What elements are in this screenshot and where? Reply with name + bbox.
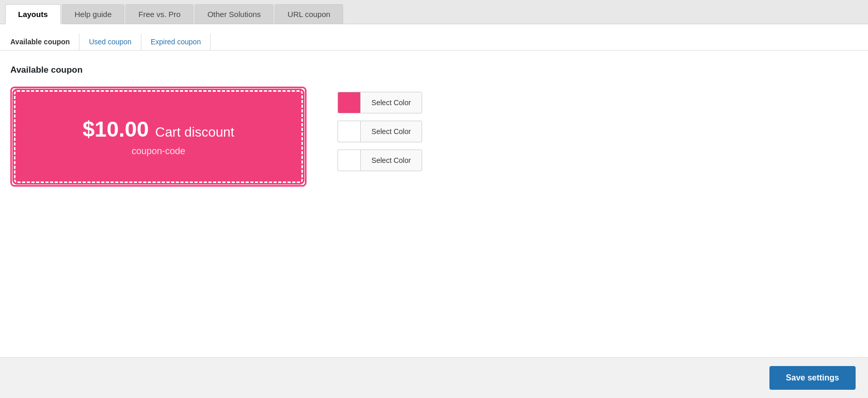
main-content: Layouts Help guide Free vs. Pro Other So… xyxy=(0,0,868,357)
coupon-row: $10.00 Cart discount coupon-code Select … xyxy=(10,87,858,187)
coupon-code: coupon-code xyxy=(132,146,185,157)
select-color-button-3[interactable]: Select Color xyxy=(360,150,422,171)
coupon-amount: $10.00 xyxy=(83,117,149,141)
tab-help-guide[interactable]: Help guide xyxy=(62,4,125,24)
save-settings-button[interactable]: Save settings xyxy=(769,366,856,390)
coupon-outer: $10.00 Cart discount coupon-code xyxy=(10,87,307,187)
color-swatch-2[interactable] xyxy=(337,121,360,142)
color-swatch-3[interactable] xyxy=(337,150,360,171)
sub-tab-expired[interactable]: Expired coupon xyxy=(141,34,211,50)
color-selector-row-1: Select Color xyxy=(337,92,422,113)
color-selector-row-3: Select Color xyxy=(337,150,422,171)
coupon-preview: $10.00 Cart discount coupon-code xyxy=(14,90,303,183)
tab-other-solutions[interactable]: Other Solutions xyxy=(195,4,274,24)
select-color-button-1[interactable]: Select Color xyxy=(360,92,422,113)
tab-free-vs-pro[interactable]: Free vs. Pro xyxy=(125,4,194,24)
tabs-bar: Layouts Help guide Free vs. Pro Other So… xyxy=(0,0,868,24)
coupon-description: Cart discount xyxy=(155,124,234,140)
coupon-amount-line: $10.00 Cart discount xyxy=(83,117,234,142)
sub-tab-available[interactable]: Available coupon xyxy=(10,34,79,50)
select-color-button-2[interactable]: Select Color xyxy=(360,121,422,142)
color-swatch-1[interactable] xyxy=(337,92,360,113)
color-selector-row-2: Select Color xyxy=(337,121,422,142)
tab-layouts[interactable]: Layouts xyxy=(5,4,61,24)
tab-url-coupon[interactable]: URL coupon xyxy=(275,4,343,24)
content-area: Available coupon $10.00 Cart discount co… xyxy=(0,51,868,357)
color-selectors: Select Color Select Color Select Color xyxy=(337,92,422,171)
footer-bar: Save settings xyxy=(0,357,868,398)
section-title: Available coupon xyxy=(10,65,858,75)
sub-tab-used[interactable]: Used coupon xyxy=(79,34,141,50)
sub-tabs-bar: Available coupon Used coupon Expired cou… xyxy=(0,24,868,51)
